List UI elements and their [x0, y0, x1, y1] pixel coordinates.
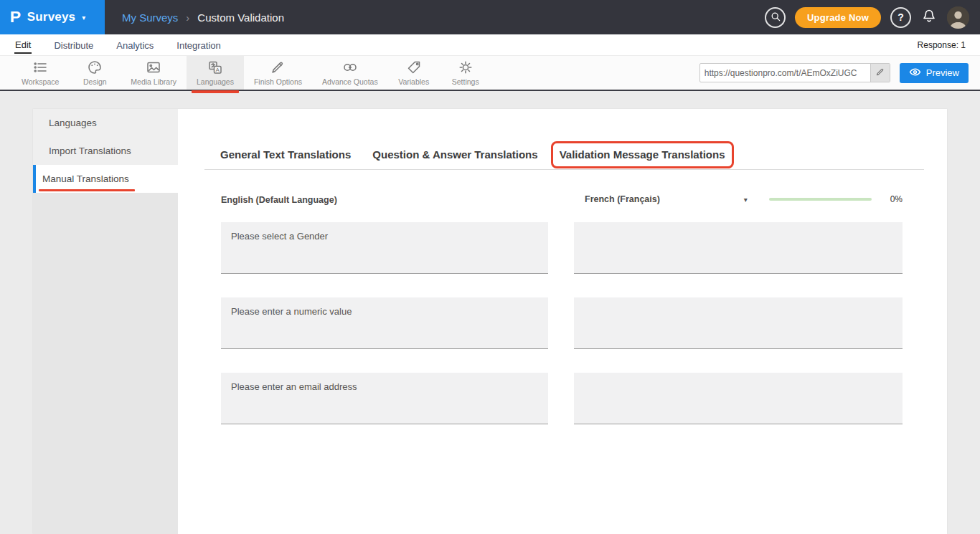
target-text-input[interactable]	[574, 297, 903, 349]
survey-nav-bar: Edit Distribute Analytics Integration Re…	[0, 34, 980, 55]
source-text-box: Please enter a numeric value	[221, 297, 548, 349]
preview-button[interactable]: Preview	[900, 63, 969, 83]
edit-url-button[interactable]	[870, 64, 890, 82]
variables-tag-icon	[406, 59, 422, 75]
header-actions: Upgrade Now ?	[765, 6, 980, 29]
brand-menu[interactable]: P Surveys ▾	[0, 0, 105, 34]
brand-label: Surveys	[27, 10, 76, 24]
annotation-underline-languages	[192, 90, 239, 93]
questionpro-logo: P	[10, 9, 21, 25]
breadcrumb-current-page: Custom Validation	[197, 11, 284, 24]
chevron-down-icon: ▾	[82, 14, 85, 22]
upgrade-now-button[interactable]: Upgrade Now	[795, 7, 881, 28]
toolbar-label: Design	[83, 77, 107, 86]
sidebar-item-import-translations[interactable]: Import Translations	[33, 137, 178, 165]
toolbar-item-finish-options[interactable]: Finish Options	[244, 56, 312, 90]
toolbar-label: Media Library	[131, 77, 176, 86]
target-text-input[interactable]	[574, 373, 903, 424]
tabs-divider	[204, 169, 924, 170]
target-text-input[interactable]	[574, 222, 903, 274]
design-palette-icon	[87, 59, 103, 75]
user-avatar[interactable]	[947, 6, 969, 29]
manual-translations-panel: General Text Translations Question & Ans…	[178, 109, 947, 534]
toolbar-label: Finish Options	[254, 77, 302, 86]
settings-gear-icon	[458, 59, 473, 75]
toolbar-item-languages[interactable]: A Languages	[187, 56, 244, 90]
target-language-label: French (Français)	[585, 194, 660, 204]
workspace-icon	[32, 59, 48, 75]
toolbar-right-controls: Preview	[699, 56, 980, 90]
sidebar-item-languages[interactable]: Languages	[33, 109, 178, 137]
tab-question-answer-translations[interactable]: Question & Answer Translations	[372, 148, 537, 161]
bell-icon	[922, 8, 936, 27]
sidebar-item-label: Manual Translations	[42, 173, 129, 184]
languages-icon: A	[207, 59, 223, 75]
breadcrumb: My Surveys › Custom Validation	[122, 11, 284, 24]
annotation-underline-manual-translations	[39, 189, 135, 191]
translation-row: Please enter an email address	[221, 373, 903, 424]
toolbar-item-variables[interactable]: Variables	[388, 56, 440, 90]
target-language-select[interactable]: French (Français) ▾	[585, 194, 748, 204]
chevron-down-icon: ▾	[744, 196, 748, 204]
edit-toolbar: Workspace Design Media Library A Languag…	[0, 55, 980, 91]
source-language-label: English (Default Language)	[221, 195, 337, 205]
toolbar-item-settings[interactable]: Settings	[440, 56, 491, 90]
advance-quotas-icon	[342, 59, 358, 75]
preview-button-label: Preview	[926, 67, 959, 78]
languages-settings-card: Languages Import Translations Manual Tra…	[33, 109, 947, 534]
translation-row: Please select a Gender	[221, 222, 903, 274]
toolbar-item-workspace[interactable]: Workspace	[11, 56, 69, 90]
pencil-icon	[875, 67, 885, 80]
translation-tabs: General Text Translations Question & Ans…	[220, 148, 725, 161]
tab-label: Validation Message Translations	[560, 148, 725, 161]
search-button[interactable]	[765, 7, 786, 28]
toolbar-item-media-library[interactable]: Media Library	[121, 56, 187, 90]
toolbar-label: Languages	[197, 77, 234, 86]
toolbar-item-design[interactable]: Design	[69, 56, 121, 90]
translation-progress-percent: 0%	[890, 194, 903, 204]
source-text-box: Please select a Gender	[221, 222, 548, 274]
app-header: P Surveys ▾ My Surveys › Custom Validati…	[0, 0, 980, 34]
survey-url-input[interactable]	[700, 68, 870, 78]
search-icon	[770, 11, 781, 24]
toolbar-item-advance-quotas[interactable]: Advance Quotas	[312, 56, 388, 90]
breadcrumb-my-surveys[interactable]: My Surveys	[122, 11, 178, 24]
translation-progress-bar	[769, 198, 872, 201]
svg-text:A: A	[215, 67, 220, 73]
toolbar-label: Workspace	[22, 77, 59, 86]
tab-general-text-translations[interactable]: General Text Translations	[220, 148, 351, 161]
nav-tab-integration[interactable]: Integration	[176, 37, 221, 53]
toolbar-label: Advance Quotas	[322, 77, 378, 86]
toolbar-label: Variables	[398, 77, 429, 86]
translation-row: Please enter a numeric value	[221, 297, 903, 349]
languages-sidebar: Languages Import Translations Manual Tra…	[33, 109, 178, 534]
eye-icon	[909, 67, 921, 79]
language-header-row: English (Default Language) French (Franç…	[221, 193, 903, 206]
nav-tab-edit[interactable]: Edit	[14, 36, 32, 54]
breadcrumb-separator: ›	[186, 11, 189, 24]
finish-options-icon	[270, 59, 286, 75]
nav-tab-analytics[interactable]: Analytics	[116, 37, 154, 53]
source-text-box: Please enter an email address	[221, 373, 548, 424]
survey-url-box	[699, 63, 890, 82]
source-language-column-header: English (Default Language)	[221, 193, 548, 206]
media-library-icon	[146, 59, 161, 75]
response-count[interactable]: Response: 1	[918, 40, 966, 50]
notifications-button[interactable]	[920, 8, 938, 27]
nav-tab-distribute[interactable]: Distribute	[53, 37, 94, 53]
question-mark-icon: ?	[897, 11, 904, 23]
toolbar-label: Settings	[452, 77, 479, 86]
target-language-column-header: French (Français) ▾ 0%	[574, 194, 903, 204]
help-button[interactable]: ?	[890, 7, 911, 28]
sidebar-item-manual-translations[interactable]: Manual Translations	[33, 165, 178, 193]
tab-validation-message-translations[interactable]: Validation Message Translations	[560, 148, 725, 161]
translation-rows: Please select a Gender Please enter a nu…	[221, 222, 903, 424]
